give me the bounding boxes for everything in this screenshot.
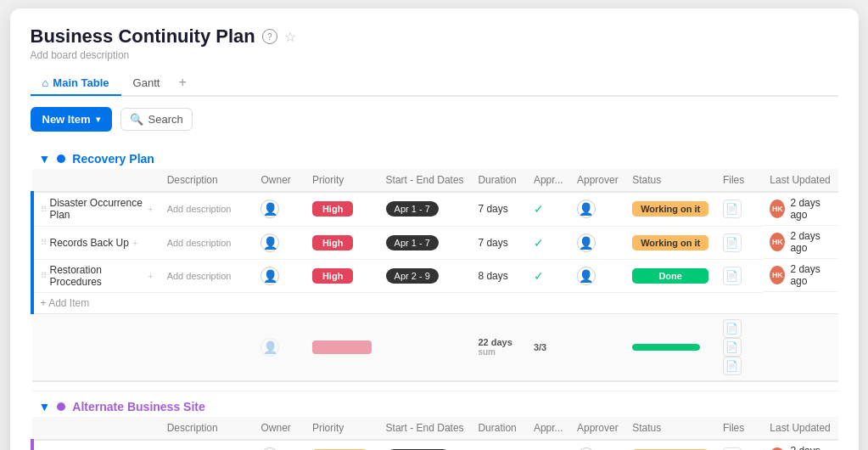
item-name: Records Back Up (50, 237, 129, 249)
column-header: Priority (305, 169, 379, 192)
column-header: Owner (254, 417, 305, 440)
drag-handle: ⠿ (41, 238, 47, 247)
approver-icon[interactable]: 👤 (577, 200, 596, 218)
date-badge: Apr 2 - 9 (386, 268, 439, 284)
star-icon[interactable]: ☆ (284, 29, 296, 45)
summary-owner: 👤 (260, 338, 279, 357)
table-scroll-container: ▼ Recovery Plan DescriptionOwnerPriority… (31, 143, 838, 450)
owner-icon[interactable]: 👤 (260, 200, 279, 218)
table-row: ⠿ Disaster Occurrence Plan + Add descrip… (32, 192, 838, 226)
summary-file-1[interactable]: 📄 (723, 319, 742, 338)
summary-days: 22 dayssum (478, 337, 519, 357)
status-badge[interactable]: Done (632, 268, 708, 284)
duration: 7 days (478, 203, 507, 215)
status-badge[interactable]: Working on it (632, 201, 708, 217)
summary-progress-bar (632, 344, 700, 351)
avatar: HK (770, 447, 785, 451)
priority-badge[interactable]: High (312, 201, 353, 217)
date-badge: Apr 1 - 7 (386, 235, 439, 250)
column-header: Duration (471, 417, 526, 440)
summary-count: 3/3 (534, 342, 546, 352)
summary-file-2[interactable]: 📄 (723, 338, 742, 357)
page-title: Business Continuity Plan (31, 25, 255, 48)
info-icon[interactable]: ? (262, 29, 277, 44)
table-row: ⠿ Records Back Up + Add description👤High… (32, 226, 838, 259)
search-box[interactable]: 🔍 Search (120, 108, 193, 131)
owner-icon[interactable]: 👤 (260, 233, 279, 252)
column-header: Description (160, 417, 255, 440)
approver-icon[interactable]: 👤 (577, 233, 596, 252)
tab-main-table[interactable]: ⌂ Main Table (31, 71, 121, 96)
column-header: Approver (570, 417, 625, 440)
last-updated: 2 days ago (790, 197, 831, 221)
new-item-button[interactable]: New Item ▾ (31, 107, 112, 132)
group-name: Recovery Plan (72, 152, 154, 166)
priority-badge[interactable]: High (312, 235, 353, 250)
column-header: Last Updated (763, 169, 837, 192)
collapse-icon[interactable]: ▼ (39, 152, 51, 166)
group-header-0: ▼ Recovery Plan (32, 143, 838, 169)
column-header: Start - End Dates (379, 417, 472, 440)
summary-row: 👤22 dayssum3/3📄📄📄 (32, 313, 838, 381)
column-header: Duration (471, 169, 526, 192)
duration: 7 days (478, 237, 507, 249)
file-icon[interactable]: 📄 (723, 233, 742, 252)
add-item-icon[interactable]: + (132, 238, 137, 248)
summary-file-3[interactable]: 📄 (723, 357, 742, 375)
column-header: Files (716, 417, 763, 440)
add-item-icon[interactable]: + (148, 204, 153, 214)
home-icon: ⌂ (42, 76, 49, 89)
chevron-down-icon: ▾ (96, 115, 100, 124)
add-item-icon[interactable]: + (148, 271, 153, 281)
column-header: Appr... (527, 417, 570, 440)
item-name: Restoration Procedures (50, 264, 145, 288)
approver-icon[interactable]: 👤 (577, 267, 596, 285)
tab-main-table-label: Main Table (53, 76, 109, 89)
avatar: HK (770, 233, 785, 251)
column-header: Description (160, 169, 255, 192)
new-item-label: New Item (42, 113, 91, 126)
description-field[interactable]: Add description (167, 271, 232, 281)
col-header-1: DescriptionOwnerPriorityStart - End Date… (32, 417, 838, 440)
tab-gantt-label: Gantt (133, 76, 160, 89)
column-header: Owner (254, 169, 305, 192)
column-header: Files (716, 169, 763, 192)
add-item-label[interactable]: + Add Item (41, 297, 90, 309)
search-icon: 🔍 (130, 113, 143, 126)
last-updated: 2 days ago (790, 263, 831, 287)
add-tab-button[interactable]: + (171, 70, 193, 95)
column-header: Last Updated (763, 417, 837, 440)
status-badge[interactable]: Working on it (632, 235, 708, 250)
drag-handle: ⠿ (41, 271, 47, 280)
board-description[interactable]: Add board description (31, 49, 838, 61)
drag-handle: ⠿ (41, 205, 47, 214)
priority-badge[interactable]: High (312, 268, 353, 284)
table-row: ⠿ Long Term Strategy + Add description👤M… (32, 440, 838, 451)
column-header: Approver (570, 169, 625, 192)
search-label: Search (148, 113, 183, 126)
description-field[interactable]: Add description (167, 204, 232, 214)
summary-priority-bar (312, 340, 372, 354)
group-header-1: ▼ Alternate Business Site (32, 391, 838, 417)
group-name: Alternate Business Site (72, 400, 204, 413)
tabs-row: ⌂ Main Table Gantt + (31, 70, 838, 97)
approve-check: ✓ (534, 236, 544, 250)
collapse-icon[interactable]: ▼ (39, 400, 51, 413)
item-name: Disaster Occurrence Plan (50, 197, 145, 221)
table-row: ⠿ Restoration Procedures + Add descripti… (32, 259, 838, 292)
file-icon[interactable]: 📄 (723, 200, 742, 218)
col-header-0: DescriptionOwnerPriorityStart - End Date… (32, 169, 838, 192)
description-field[interactable]: Add description (167, 238, 232, 248)
last-updated: 2 days ago (790, 445, 831, 451)
tab-gantt[interactable]: Gantt (121, 71, 172, 96)
approve-check: ✓ (534, 269, 544, 283)
duration: 8 days (478, 270, 507, 282)
file-icon[interactable]: 📄 (723, 267, 742, 285)
column-header (32, 417, 160, 440)
add-item-row[interactable]: + Add Item (32, 292, 838, 313)
owner-icon[interactable]: 👤 (260, 267, 279, 285)
approve-check: ✓ (534, 202, 544, 216)
date-badge: Apr 1 - 7 (386, 201, 439, 217)
board-table: ▼ Recovery Plan DescriptionOwnerPriority… (31, 143, 838, 450)
column-header: Status (625, 417, 716, 440)
